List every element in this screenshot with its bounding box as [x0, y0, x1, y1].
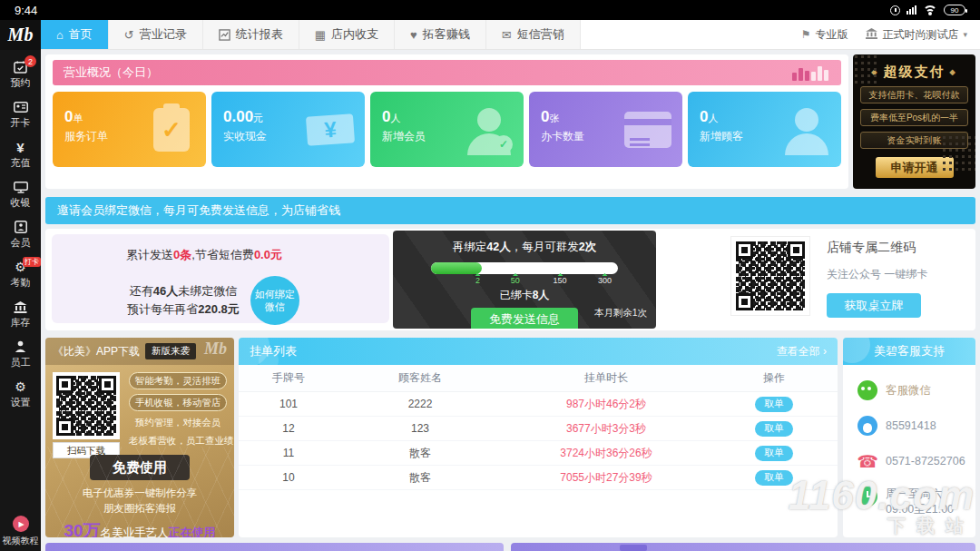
edition-badge[interactable]: ⚑ 专业版 — [801, 27, 848, 43]
wechat-panel: 累计发送0条,节省短信费0.0元 还有46人未绑定微信 预计每年再省220.8元… — [45, 229, 975, 330]
sidebar-item-cashier[interactable]: 收银 — [0, 175, 41, 215]
sidebar-item-open-card[interactable]: 开卡 — [0, 95, 41, 135]
sidebar-label: 库存 — [11, 316, 31, 330]
promo-line: 电子优惠券一键制作分享 — [53, 486, 227, 501]
overview-header: 营业概况（今日） — [53, 60, 841, 85]
table-row: 101 2222 987小时46分2秒 取单 — [239, 392, 838, 417]
app-screen: 9:44 90 Mb ⌂ 首页 ↺ 营业记录 统计报表 ▦ 店内收支 ♥ 拓客赚… — [0, 0, 980, 551]
sidebar-item-inventory[interactable]: 库存 — [0, 295, 41, 335]
view-all-link[interactable]: 查看全部 › — [777, 344, 827, 359]
chevron-down-icon: ▾ — [963, 30, 967, 39]
promo-pill: 智能考勤，灵活排班 — [129, 372, 227, 389]
yen-icon: ¥ — [16, 140, 24, 154]
video-label: 视频教程 — [3, 535, 39, 547]
stat-cards: 0单 服务订单 ✓ 0.00元 实收现金 ¥ 0人 新增会员 ✓ 0张 办卡数量 — [53, 92, 841, 167]
history-icon: ↺ — [124, 29, 134, 41]
store-qr-code — [730, 236, 810, 316]
tick-label: 2 — [475, 276, 480, 285]
main-content: 营业概况（今日） 0单 服务订单 ✓ 0.00元 实收现金 ¥ — [41, 50, 980, 551]
sms-save-amount: 220.8元 — [198, 302, 240, 316]
cell-tag-no: 10 — [239, 471, 338, 484]
phone-icon: ☎ — [858, 451, 877, 471]
stat-unit: 张 — [549, 113, 559, 123]
diamond-icon: ◆ — [950, 68, 957, 76]
sidebar-label: 收银 — [11, 196, 31, 210]
cell-duration: 987小时46分2秒 — [502, 397, 710, 412]
support-days: 周一至周六 — [886, 487, 943, 500]
support-qq: 85591418 — [843, 416, 975, 436]
signal-icon — [906, 5, 916, 15]
cell-duration: 3677小时3分3秒 — [502, 421, 710, 437]
footer-tab-deco — [620, 545, 647, 551]
tab-sms-marketing[interactable]: ✉ 短信营销 — [486, 20, 581, 49]
sidebar-item-appointments[interactable]: 2 预约 — [0, 55, 41, 95]
bars-chart-icon — [792, 66, 828, 81]
sidebar-item-attendance[interactable]: 打卡 ⚙ 考勤 — [0, 255, 41, 295]
stat-number: 30万 — [64, 521, 100, 537]
store-qr-section: 店铺专属二维码 关注公众号 一键绑卡 获取桌立牌 — [730, 236, 927, 318]
progress-title: 再绑定42人，每月可群发2次 — [406, 240, 643, 255]
stat-card-cash-received: 0.00元 实收现金 ¥ — [211, 92, 365, 167]
how-to-bind-button[interactable]: 如何绑定微信 — [250, 276, 299, 325]
promo-title: 《比美》APP下载 — [53, 344, 140, 359]
cell-customer: 散客 — [338, 470, 502, 486]
tab-customer-acquisition[interactable]: ♥ 拓客赚钱 — [395, 20, 486, 49]
flag-icon: ⚑ — [801, 28, 811, 41]
sidebar-item-recharge[interactable]: ¥ 充值 — [0, 135, 41, 175]
tab-home[interactable]: ⌂ 首页 — [41, 20, 109, 49]
sms-text: 未绑定微信 — [178, 284, 237, 298]
table-row: 12 123 3677小时3分3秒 取单 — [239, 417, 838, 441]
tab-statistics[interactable]: 统计报表 — [203, 20, 299, 49]
sidebar-video-tutorial[interactable]: ▶ 视频教程 — [0, 516, 41, 547]
support-header: 美碧客服支持 — [843, 338, 975, 365]
app-promo-panel[interactable]: 《比美》APP下载 新版来袭 Mb 扫码下载 智能考勤，灵活排班 手机收银，移动… — [45, 338, 234, 537]
promo-stat-line: 30万名美业手艺人正在使用 — [53, 519, 227, 537]
promo-line: 老板看营收，员工查业绩 — [129, 434, 227, 448]
wechat-bind-banner: 邀请会员绑定微信，每月可免费发送信息，为店铺省钱 — [45, 197, 975, 224]
store-qr-info: 店铺专属二维码 关注公众号 一键绑卡 获取桌立牌 — [827, 236, 927, 318]
take-order-button[interactable]: 取单 — [755, 470, 793, 486]
brand-logo-text: Mb — [8, 25, 34, 45]
table-row: 11 散客 3724小时36分26秒 取单 — [239, 441, 838, 466]
store-qr-subtitle: 关注公众号 一键绑卡 — [827, 267, 927, 282]
cell-duration: 7055小时27分39秒 — [502, 470, 710, 486]
circle-deco — [843, 338, 870, 363]
sms-text: 预计每年再省 — [127, 302, 198, 316]
battery-icon: 90 — [944, 5, 965, 15]
get-table-card-button[interactable]: 获取桌立牌 — [827, 293, 921, 318]
support-hours: 周一至周六 09:00至21:00 — [843, 487, 975, 517]
take-order-button[interactable]: 取单 — [755, 446, 793, 461]
footer-panel-bar — [511, 543, 975, 551]
tab-business-records[interactable]: ↺ 营业记录 — [109, 20, 203, 49]
monitor-icon — [14, 180, 28, 194]
promo-line: 朋友圈拓客海报 — [53, 501, 227, 517]
promo-extra-lines: 电子优惠券一键制作分享 朋友圈拓客海报 — [53, 486, 227, 517]
sidebar-item-staff[interactable]: 员工 — [0, 335, 41, 375]
stat-unit: 元 — [253, 113, 263, 123]
store-selector[interactable]: 正式时尚测试店 ▾ — [866, 27, 967, 43]
support-phone: ☎ 0571-87252706 — [843, 451, 975, 471]
sms-text: 累计发送 — [126, 248, 173, 261]
support-hours-text: 09:00至21:00 — [886, 503, 954, 516]
dots-deco — [853, 54, 878, 85]
progress-text: ，每月可群发 — [511, 241, 579, 253]
progress-text: 再绑定 — [453, 241, 487, 253]
sms-count: 0条 — [173, 248, 191, 261]
sidebar-item-members[interactable]: 会员 — [0, 215, 41, 255]
take-order-button[interactable]: 取单 — [755, 397, 793, 412]
footer-panel-bar — [45, 543, 504, 551]
mail-icon: ✉ — [502, 29, 512, 41]
home-icon: ⌂ — [56, 29, 64, 41]
sidebar-label: 充值 — [11, 156, 31, 170]
tick-label: 300 — [598, 276, 612, 285]
support-text: 周一至周六 09:00至21:00 — [886, 487, 954, 517]
navbar-right: ⚑ 专业版 正式时尚测试店 ▾ — [801, 20, 980, 49]
tab-store-expenses[interactable]: ▦ 店内收支 — [299, 20, 395, 49]
sidebar-item-settings[interactable]: ⚙ 设置 — [0, 375, 41, 415]
free-send-button[interactable]: 免费发送信息 — [471, 308, 578, 329]
promo-features: 智能考勤，灵活排班 手机收银，移动管店 预约管理，对接会员 老板看营收，员工查业… — [129, 372, 227, 448]
superpay-title-row: ◆ 超级支付 ◆ — [871, 64, 956, 81]
superpay-feature: 支持信用卡、花呗付款 — [860, 86, 968, 103]
take-order-button[interactable]: 取单 — [755, 421, 793, 437]
promo-line: 预约管理，对接会员 — [129, 416, 227, 429]
